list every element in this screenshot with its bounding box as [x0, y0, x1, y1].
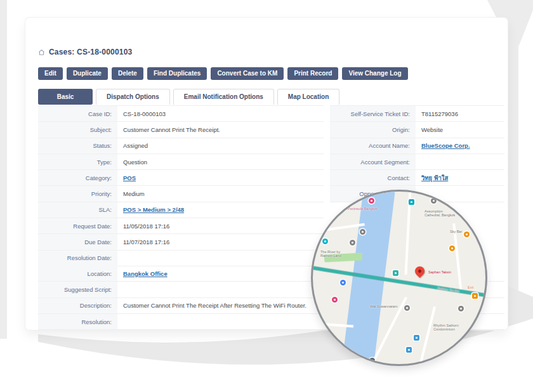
field-value: BlueScope Corp. — [416, 142, 504, 149]
field-label: Resolution Date: — [38, 251, 117, 266]
tab-dispatch-options[interactable]: Dispatch Options — [96, 89, 170, 105]
field-label: Description: — [38, 298, 117, 313]
field-row: Contact:วิทยุ ฟ้าใส — [330, 170, 504, 186]
field-row: Case ID:CS-18-0000103 — [38, 106, 324, 122]
field-value: Customer Cannot Print The Receipt. — [117, 126, 324, 133]
field-label: Resolution: — [38, 314, 117, 329]
poi-pink-2-icon — [332, 297, 338, 303]
transit-blue-1-icon — [414, 335, 419, 341]
field-label: Priority: — [38, 186, 117, 201]
field-row: Type:Question — [38, 154, 324, 170]
field-row: Status:Assigned — [38, 138, 324, 154]
field-label: Origin: — [330, 122, 416, 137]
field-row: Category:POS — [38, 170, 324, 186]
map-road — [452, 223, 462, 293]
home-icon — [38, 49, 45, 56]
page-title: Cases: CS-18-0000103 — [38, 47, 132, 57]
toolbar-button-duplicate[interactable]: Duplicate — [67, 67, 108, 80]
field-label: Due Date: — [38, 234, 117, 249]
map-magnifier-circle: Peninsula BangkokAssumption Cathedral, B… — [311, 190, 487, 366]
poi-orange-2-icon — [449, 245, 455, 251]
map-label: Sathon Tai Rd — [437, 286, 459, 294]
field-value: Question — [117, 159, 324, 166]
map-label: Wat Suwannaram — [370, 304, 398, 308]
poi-teal-1-icon — [322, 238, 328, 244]
field-value: POS — [117, 174, 324, 181]
poi-gray-3-icon — [431, 198, 437, 204]
field-link[interactable]: วิทยุ ฟ้าใส — [421, 174, 448, 181]
toolbar-button-edit[interactable]: Edit — [38, 67, 63, 80]
tab-email-notification-options[interactable]: Email Notification Options — [173, 89, 274, 105]
field-label: Contact: — [330, 170, 416, 185]
tab-map-location[interactable]: Map Location — [277, 89, 339, 105]
case-toolbar: EditDuplicateDeleteFind DuplicatesConver… — [38, 67, 408, 80]
field-row: Priority:Medium — [38, 186, 324, 202]
field-link[interactable]: POS — [123, 174, 136, 181]
field-row: Due Date:11/07/2018 17:16 — [38, 234, 324, 250]
toolbar-button-view-change-log[interactable]: View Change Log — [342, 67, 407, 80]
field-label: Suggested Script: — [38, 282, 117, 297]
tab-basic[interactable]: Basic — [38, 89, 93, 105]
case-tabs: BasicDispatch OptionsEmail Notification … — [38, 89, 339, 105]
map-label: Exit — [468, 285, 473, 289]
field-row: Account Segment: — [330, 154, 504, 170]
field-label: Location: — [38, 266, 117, 281]
field-value: Assigned — [117, 142, 324, 149]
field-label: Type: — [38, 154, 117, 169]
field-value: T8115279036 — [416, 110, 504, 117]
field-row: Subject:Customer Cannot Print The Receip… — [38, 122, 324, 138]
field-value: 11/07/2018 17:16 — [117, 238, 324, 245]
field-row: Request Date:11/05/2018 17:16 — [38, 218, 324, 234]
field-link[interactable]: POS > Medium > 2/48 — [123, 206, 184, 213]
field-row: Origin:Website — [330, 122, 504, 138]
map-pin-saphan-taksin — [413, 265, 426, 278]
poi-gray-4-icon — [404, 305, 410, 311]
field-row: SLA:POS > Medium > 2/48 — [38, 202, 324, 218]
field-value: CS-18-0000103 — [117, 110, 324, 117]
field-label: Account Segment: — [330, 154, 416, 169]
station-square-icon — [393, 270, 398, 276]
field-label: Request Date: — [38, 218, 117, 233]
field-label: Account Name: — [330, 138, 416, 154]
map-label: Assumption Cathedral, Bangkok — [424, 209, 455, 218]
exit-marker-icon — [472, 293, 478, 299]
map-label: Rhythm Sathorn Condominium — [433, 323, 459, 332]
field-row: Account Name:BlueScope Corp. — [330, 138, 504, 154]
map-label: Sky Bar — [450, 230, 462, 233]
field-label: SLA: — [38, 202, 117, 218]
poi-gray-5-icon — [458, 306, 464, 311]
map-label: The River by Raimon Land — [320, 250, 341, 258]
poi-pink-hotel-icon — [369, 198, 374, 204]
left-field-column: Case ID:CS-18-0000103Subject:Customer Ca… — [38, 105, 324, 266]
toolbar-button-delete[interactable]: Delete — [112, 67, 143, 80]
field-row: Resolution Date: — [38, 251, 324, 266]
poi-gray-1-icon — [360, 229, 365, 235]
page-title-text: Cases: CS-18-0000103 — [49, 48, 132, 56]
toolbar-button-find-duplicates[interactable]: Find Duplicates — [147, 67, 207, 80]
poi-orange-skybar-icon — [464, 232, 470, 237]
field-value: Medium — [117, 190, 324, 197]
field-label: Category: — [38, 170, 117, 185]
field-row: Self-Service Ticket ID:T8115279036 — [330, 106, 504, 122]
field-value: POS > Medium > 2/48 — [117, 206, 324, 213]
poi-blue-1-icon — [340, 280, 346, 285]
field-label: Self-Service Ticket ID: — [330, 106, 416, 121]
transit-teal-icon — [409, 199, 414, 205]
toolbar-button-print-record[interactable]: Print Record — [287, 67, 338, 80]
field-label: Subject: — [38, 122, 117, 137]
poi-gray-2-icon — [350, 240, 355, 245]
field-value: วิทยุ ฟ้าใส — [416, 173, 504, 183]
field-value: 11/05/2018 17:16 — [117, 223, 324, 230]
map-label: Saphan Taksin — [428, 270, 451, 274]
map-label: Peninsula Bangkok — [348, 207, 378, 211]
field-link[interactable]: BlueScope Corp. — [421, 142, 470, 149]
map-road — [418, 306, 436, 366]
right-field-column: Self-Service Ticket ID:T8115279036Origin… — [330, 105, 504, 202]
toolbar-button-convert-case-to-km[interactable]: Convert Case to KM — [211, 67, 284, 80]
field-label: Case ID: — [38, 106, 117, 121]
transit-blue-2-icon — [406, 347, 412, 353]
field-link[interactable]: Bangkok Office — [123, 270, 168, 277]
field-label: Status: — [38, 138, 117, 154]
field-value: Website — [416, 126, 504, 133]
